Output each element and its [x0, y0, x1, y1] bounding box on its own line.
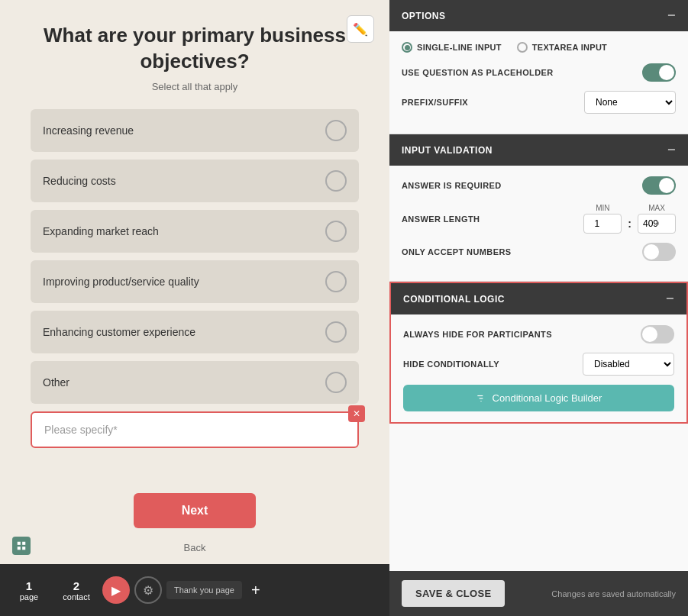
use-question-placeholder-label: USE QUESTION AS PLACEHOLDER [402, 68, 554, 77]
option-circle-4 [325, 271, 347, 292]
survey-content: ✏️ What are your primary business object… [0, 0, 389, 484]
please-specify-row: Please specify* ✕ [31, 411, 359, 448]
logic-builder-button[interactable]: Conditional Logic Builder [403, 385, 674, 411]
nav-page1-number: 1 [26, 579, 32, 592]
only-numbers-row: ONLY ACCEPT NUMBERS [402, 243, 676, 261]
answer-required-toggle[interactable] [642, 176, 676, 195]
question-title: What are your primary business objective… [31, 23, 359, 75]
filter-icon [476, 393, 486, 404]
single-line-radio[interactable]: SINGLE-LINE INPUT [402, 42, 502, 53]
min-wrapper: MIN [583, 204, 622, 234]
nav-arrow-button[interactable]: ▶ [102, 576, 130, 604]
nav-item-page1[interactable]: 1 page [8, 575, 50, 606]
only-numbers-toggle[interactable] [642, 243, 676, 261]
min-input[interactable] [583, 214, 622, 234]
option-label-4: Improving product/service quality [43, 276, 199, 288]
conditional-title: CONDITIONAL LOGIC [403, 294, 505, 305]
save-close-button[interactable]: SAVE & CLOSE [402, 580, 505, 607]
please-specify-label: Please specify* [44, 424, 118, 436]
left-panel: ✏️ What are your primary business object… [0, 0, 389, 616]
options-title: OPTIONS [402, 11, 446, 21]
options-collapse-button[interactable]: − [667, 8, 676, 24]
option-circle-5 [325, 321, 347, 343]
textarea-label: TEXTAREA INPUT [532, 43, 607, 52]
prefix-suffix-select[interactable]: None [584, 91, 676, 114]
single-line-label: SINGLE-LINE INPUT [417, 43, 502, 52]
validation-collapse-button[interactable]: − [667, 142, 676, 158]
colon-separator: : [626, 218, 633, 230]
validation-section-header: INPUT VALIDATION − [389, 134, 688, 166]
nav-gear-button[interactable]: ⚙ [134, 576, 162, 604]
option-label-5: Enhancing customer experience [43, 326, 195, 338]
close-specify-button[interactable]: ✕ [348, 405, 365, 422]
option-label-6: Other [43, 376, 69, 389]
max-wrapper: MAX [638, 204, 676, 234]
question-subtitle: Select all that apply [31, 81, 359, 92]
edit-icon-button[interactable]: ✏️ [347, 15, 374, 43]
answer-required-label: ANSWER IS REQUIRED [402, 181, 502, 190]
prefix-suffix-row: PREFIX/SUFFIX None [402, 91, 676, 114]
option-row[interactable]: Enhancing customer experience [31, 311, 359, 353]
validation-section-body: ANSWER IS REQUIRED ANSWER LENGTH MIN : M… [389, 166, 688, 282]
save-close-bar: SAVE & CLOSE Changes are saved automatic… [389, 571, 688, 616]
nav-add-button[interactable]: + [247, 577, 265, 604]
min-label: MIN [596, 204, 609, 212]
back-link[interactable]: Back [0, 542, 389, 553]
single-line-radio-dot [402, 42, 412, 53]
always-hide-toggle[interactable] [641, 325, 674, 343]
option-label-3: Expanding market reach [43, 225, 159, 237]
nav-page1-label: page [20, 592, 38, 601]
option-circle-6 [325, 372, 347, 393]
option-circle-1 [325, 120, 347, 141]
conditional-collapse-button[interactable]: − [666, 291, 674, 307]
answer-required-row: ANSWER IS REQUIRED [402, 176, 676, 195]
hide-conditionally-label: HIDE CONDITIONALLY [403, 360, 499, 369]
option-label-2: Reducing costs [43, 175, 116, 187]
min-max-group: MIN : MAX [583, 204, 676, 234]
nav-page2-number: 2 [73, 579, 79, 592]
options-section-body: SINGLE-LINE INPUT TEXTAREA INPUT USE QUE… [389, 31, 688, 134]
textarea-radio[interactable]: TEXTAREA INPUT [517, 42, 607, 53]
option-circle-2 [325, 170, 347, 192]
use-question-placeholder-toggle[interactable] [642, 63, 676, 82]
max-label: MAX [648, 204, 665, 212]
option-row[interactable]: Other [31, 361, 359, 404]
option-row[interactable]: Improving product/service quality [31, 260, 359, 303]
logic-builder-label: Conditional Logic Builder [493, 392, 602, 404]
only-numbers-label: ONLY ACCEPT NUMBERS [402, 247, 512, 256]
conditional-section-header: CONDITIONAL LOGIC − [391, 283, 686, 314]
nav-item-page2[interactable]: 2 contact [55, 575, 98, 606]
prefix-suffix-label: PREFIX/SUFFIX [402, 98, 468, 107]
option-row[interactable]: Reducing costs [31, 160, 359, 202]
always-hide-row: ALWAYS HIDE FOR PARTICIPANTS [403, 325, 674, 343]
max-input[interactable] [638, 214, 676, 234]
next-button[interactable]: Next [134, 493, 256, 528]
nav-thankyou-item[interactable]: Thank you page [166, 581, 242, 599]
always-hide-label: ALWAYS HIDE FOR PARTICIPANTS [403, 330, 552, 339]
nav-page2-label: contact [63, 592, 89, 601]
answer-length-label: ANSWER LENGTH [402, 214, 480, 224]
option-label-1: Increasing revenue [43, 124, 134, 137]
validation-title: INPUT VALIDATION [402, 145, 493, 156]
bottom-nav: 1 page 2 contact ▶ ⚙ Thank you page + [0, 564, 389, 616]
option-row[interactable]: Expanding market reach [31, 210, 359, 253]
option-row[interactable]: Increasing revenue [31, 109, 359, 152]
option-circle-3 [325, 221, 347, 242]
input-type-radio-group: SINGLE-LINE INPUT TEXTAREA INPUT [402, 42, 676, 53]
conditional-section: CONDITIONAL LOGIC − ALWAYS HIDE FOR PART… [389, 282, 688, 424]
options-section-header: OPTIONS − [389, 0, 688, 31]
auto-save-text: Changes are saved automatically [551, 589, 676, 598]
hide-conditionally-select[interactable]: Disabled [583, 353, 674, 376]
use-question-placeholder-row: USE QUESTION AS PLACEHOLDER [402, 63, 676, 82]
hide-conditionally-row: HIDE CONDITIONALLY Disabled [403, 353, 674, 376]
right-panel: OPTIONS − SINGLE-LINE INPUT TEXTAREA INP… [389, 0, 688, 616]
answer-length-row: ANSWER LENGTH MIN : MAX [402, 204, 676, 234]
conditional-section-body: ALWAYS HIDE FOR PARTICIPANTS HIDE CONDIT… [391, 314, 686, 422]
textarea-radio-dot [517, 42, 528, 53]
